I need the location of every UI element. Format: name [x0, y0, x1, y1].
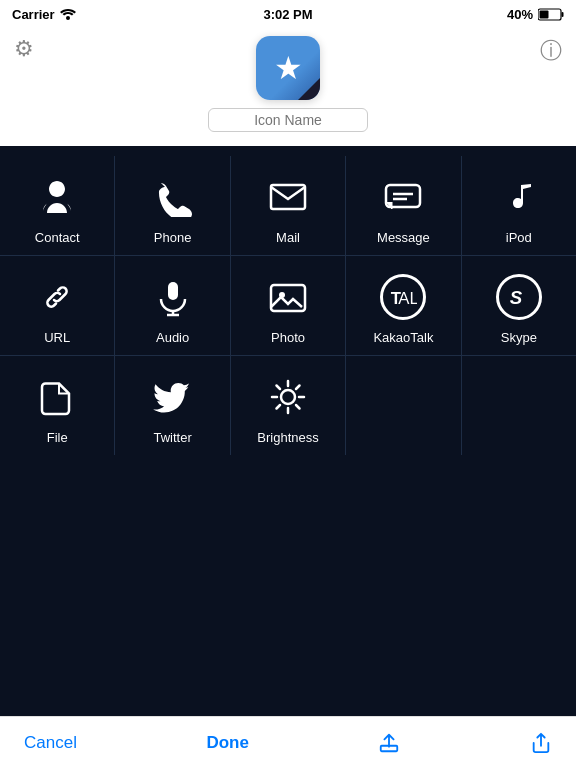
grid-cell-empty-5 — [462, 356, 576, 455]
contact-label: Contact — [35, 230, 80, 245]
url-label: URL — [44, 330, 70, 345]
audio-label: Audio — [156, 330, 189, 345]
kakaotalk-circle: T ALK — [380, 274, 426, 320]
svg-rect-2 — [562, 12, 564, 17]
export-icon — [530, 732, 552, 754]
mail-icon — [261, 170, 315, 224]
icon-name-input[interactable] — [208, 108, 368, 132]
svg-point-16 — [281, 390, 295, 404]
svg-rect-8 — [168, 282, 178, 300]
grid-cell-skype[interactable]: S Skype — [462, 256, 576, 355]
status-bar: Carrier 3:02 PM 40% — [0, 0, 576, 28]
grid-row-3: File Twitter B — [0, 356, 576, 455]
grid-cell-empty-4 — [346, 356, 461, 455]
grid-cell-mail[interactable]: Mail — [231, 156, 346, 255]
svg-line-21 — [277, 386, 281, 390]
status-left: Carrier — [12, 7, 76, 22]
grid-row-1: Contact Phone Mail Message iPod — [0, 156, 576, 256]
contact-icon — [30, 170, 84, 224]
app-icon: ★ — [256, 36, 320, 100]
grid-cell-phone[interactable]: Phone — [115, 156, 230, 255]
svg-text:S: S — [509, 287, 522, 308]
grid-cell-audio[interactable]: Audio — [115, 256, 230, 355]
svg-rect-11 — [271, 285, 305, 311]
svg-point-0 — [66, 16, 70, 20]
bottom-bar: Cancel Done — [0, 716, 576, 768]
kakaotalk-label: KakaoTalk — [373, 330, 433, 345]
twitter-icon — [146, 370, 200, 424]
skype-circle: S — [496, 274, 542, 320]
svg-rect-4 — [271, 185, 305, 209]
share-export-button[interactable] — [530, 732, 552, 754]
photo-label: Photo — [271, 330, 305, 345]
done-button[interactable]: Done — [206, 733, 249, 753]
phone-icon — [146, 170, 200, 224]
share-action-button[interactable] — [378, 732, 400, 754]
svg-line-24 — [277, 405, 281, 409]
info-icon[interactable]: ⓘ — [540, 36, 562, 66]
share-up-icon — [378, 732, 400, 754]
ipod-icon — [492, 170, 546, 224]
photo-icon — [261, 270, 315, 324]
svg-line-23 — [296, 386, 300, 390]
audio-icon — [146, 270, 200, 324]
mail-label: Mail — [276, 230, 300, 245]
url-icon — [30, 270, 84, 324]
file-icon — [30, 370, 84, 424]
svg-rect-25 — [381, 745, 398, 751]
battery-icon — [538, 8, 564, 21]
message-icon — [376, 170, 430, 224]
svg-line-22 — [296, 405, 300, 409]
grid-cell-ipod[interactable]: iPod — [462, 156, 576, 255]
grid-cell-file[interactable]: File — [0, 356, 115, 455]
skype-label: Skype — [501, 330, 537, 345]
grid-cell-url[interactable]: URL — [0, 256, 115, 355]
grid-cell-message[interactable]: Message — [346, 156, 461, 255]
svg-rect-3 — [540, 10, 549, 18]
carrier-label: Carrier — [12, 7, 55, 22]
grid-cell-contact[interactable]: Contact — [0, 156, 115, 255]
ipod-label: iPod — [506, 230, 532, 245]
svg-text:ALK: ALK — [399, 289, 418, 308]
skype-icon: S — [492, 270, 546, 324]
grid-cell-kakaotalk[interactable]: T ALK KakaoTalk — [346, 256, 461, 355]
grid-cell-brightness[interactable]: Brightness — [231, 356, 346, 455]
cancel-button[interactable]: Cancel — [24, 733, 77, 753]
grid-cell-photo[interactable]: Photo — [231, 256, 346, 355]
header: ⚙ ★ ⓘ — [0, 28, 576, 146]
file-label: File — [47, 430, 68, 445]
grid-row-2: URL Audio Photo T ALK KakaoT — [0, 256, 576, 356]
grid-cell-twitter[interactable]: Twitter — [115, 356, 230, 455]
status-right: 40% — [507, 7, 564, 22]
battery-label: 40% — [507, 7, 533, 22]
phone-label: Phone — [154, 230, 192, 245]
brightness-label: Brightness — [257, 430, 318, 445]
message-label: Message — [377, 230, 430, 245]
brightness-icon — [261, 370, 315, 424]
icon-grid: Contact Phone Mail Message iPod — [0, 146, 576, 716]
kakaotalk-icon: T ALK — [376, 270, 430, 324]
gear-icon[interactable]: ⚙ — [14, 36, 34, 62]
twitter-label: Twitter — [153, 430, 191, 445]
star-icon: ★ — [274, 49, 303, 87]
wifi-icon — [60, 8, 76, 20]
status-time: 3:02 PM — [263, 7, 312, 22]
